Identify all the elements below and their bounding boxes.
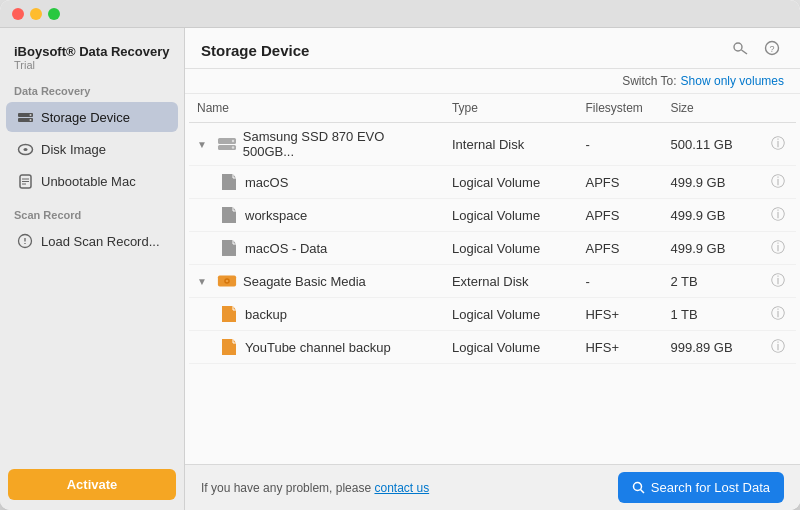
sidebar-item-load-scan-record[interactable]: Load Scan Record... <box>6 226 178 256</box>
table-row: YouTube channel backup Logical Volume HF… <box>189 331 796 364</box>
row-filesystem: HFS+ <box>577 298 662 331</box>
search-icon <box>632 481 645 494</box>
row-size: 999.89 GB <box>662 331 759 364</box>
row-icon <box>219 238 239 258</box>
table-container: Name Type Filesystem Size ▼ Samsung S <box>185 94 800 464</box>
svg-point-3 <box>29 119 31 121</box>
sidebar-item-storage-device-label: Storage Device <box>41 110 130 125</box>
svg-point-20 <box>232 146 234 148</box>
section-scan-record-label: Scan Record <box>0 197 184 225</box>
footer-message: If you have any problem, please contact … <box>201 481 429 495</box>
section-data-recovery-label: Data Recovery <box>0 73 184 101</box>
load-scan-icon <box>16 232 34 250</box>
row-size: 500.11 GB <box>662 123 759 166</box>
svg-point-19 <box>232 140 234 142</box>
row-type: Logical Volume <box>444 331 578 364</box>
row-icon <box>217 271 237 291</box>
row-filesystem: - <box>577 123 662 166</box>
switch-to-bar: Switch To: Show only volumes <box>185 69 800 94</box>
footer-bar: If you have any problem, please contact … <box>185 464 800 510</box>
row-name: macOS <box>245 175 288 190</box>
sidebar-item-storage-device[interactable]: Storage Device <box>6 102 178 132</box>
close-button[interactable] <box>12 8 24 20</box>
col-header-type: Type <box>444 94 578 123</box>
svg-point-13 <box>734 43 742 51</box>
table-row: macOS Logical Volume APFS 499.9 GB ⓘ <box>189 166 796 199</box>
info-button[interactable]: ⓘ <box>771 239 785 257</box>
switch-to-label: Switch To: <box>622 74 676 88</box>
row-name: Seagate Basic Media <box>243 274 366 289</box>
row-name: workspace <box>245 208 307 223</box>
row-icon <box>219 205 239 225</box>
disk-image-icon <box>16 140 34 158</box>
sidebar-item-disk-image-label: Disk Image <box>41 142 106 157</box>
app-window: iBoysoft® Data Recovery Trial Data Recov… <box>0 0 800 510</box>
row-name: Samsung SSD 870 EVO 500GB... <box>243 129 436 159</box>
show-only-volumes-link[interactable]: Show only volumes <box>681 74 784 88</box>
row-size: 1 TB <box>662 298 759 331</box>
svg-line-25 <box>640 490 644 494</box>
row-type: Logical Volume <box>444 199 578 232</box>
app-plan: Trial <box>14 59 170 71</box>
row-size: 499.9 GB <box>662 166 759 199</box>
minimize-button[interactable] <box>30 8 42 20</box>
row-name: macOS - Data <box>245 241 327 256</box>
row-filesystem: APFS <box>577 199 662 232</box>
sidebar-bottom: Activate <box>0 459 184 510</box>
row-filesystem: - <box>577 265 662 298</box>
contact-us-link[interactable]: contact us <box>374 481 429 495</box>
info-button[interactable]: ⓘ <box>771 305 785 323</box>
row-size: 499.9 GB <box>662 199 759 232</box>
title-bar <box>0 0 800 28</box>
row-type: External Disk <box>444 265 578 298</box>
col-header-filesystem: Filesystem <box>577 94 662 123</box>
sidebar-item-unbootable-mac[interactable]: Unbootable Mac <box>6 166 178 196</box>
content-header: Storage Device ? <box>185 28 800 69</box>
app-name: iBoysoft® Data Recovery <box>14 44 170 59</box>
info-button[interactable]: ⓘ <box>771 272 785 290</box>
sidebar-item-unbootable-mac-label: Unbootable Mac <box>41 174 136 189</box>
row-icon <box>219 337 239 357</box>
expand-chevron[interactable]: ▼ <box>197 276 211 287</box>
footer-message-text: If you have any problem, please <box>201 481 371 495</box>
info-button[interactable]: ⓘ <box>771 338 785 356</box>
activate-button[interactable]: Activate <box>8 469 176 500</box>
sidebar-item-load-scan-record-label: Load Scan Record... <box>41 234 160 249</box>
key-icon-button[interactable] <box>728 38 752 62</box>
info-button[interactable]: ⓘ <box>771 206 785 224</box>
sidebar-item-disk-image[interactable]: Disk Image <box>6 134 178 164</box>
info-button[interactable]: ⓘ <box>771 135 785 153</box>
row-type: Logical Volume <box>444 166 578 199</box>
expand-chevron[interactable]: ▼ <box>197 139 211 150</box>
row-type: Logical Volume <box>444 232 578 265</box>
row-filesystem: HFS+ <box>577 331 662 364</box>
svg-text:?: ? <box>769 44 774 54</box>
devices-table: Name Type Filesystem Size ▼ Samsung S <box>189 94 796 364</box>
info-button[interactable]: ⓘ <box>771 173 785 191</box>
unbootable-icon <box>16 172 34 190</box>
fullscreen-button[interactable] <box>48 8 60 20</box>
svg-point-2 <box>29 114 31 116</box>
table-header-row: Name Type Filesystem Size <box>189 94 796 123</box>
row-type: Internal Disk <box>444 123 578 166</box>
app-branding: iBoysoft® Data Recovery Trial <box>0 40 184 73</box>
table-row: workspace Logical Volume APFS 499.9 GB ⓘ <box>189 199 796 232</box>
storage-icon <box>16 108 34 126</box>
sidebar: iBoysoft® Data Recovery Trial Data Recov… <box>0 28 185 510</box>
question-icon-button[interactable]: ? <box>760 38 784 62</box>
row-size: 499.9 GB <box>662 232 759 265</box>
col-header-name: Name <box>189 94 444 123</box>
row-filesystem: APFS <box>577 232 662 265</box>
search-btn-label: Search for Lost Data <box>651 480 770 495</box>
search-lost-data-button[interactable]: Search for Lost Data <box>618 472 784 503</box>
row-icon <box>219 304 239 324</box>
traffic-lights <box>12 8 60 20</box>
svg-point-24 <box>633 483 641 491</box>
col-header-size: Size <box>662 94 759 123</box>
table-row: backup Logical Volume HFS+ 1 TB ⓘ <box>189 298 796 331</box>
content-title: Storage Device <box>201 42 309 59</box>
row-filesystem: APFS <box>577 166 662 199</box>
table-row: ▼ Seagate Basic Media External Disk - 2 … <box>189 265 796 298</box>
content-area: Storage Device ? <box>185 28 800 510</box>
header-icons: ? <box>728 38 784 62</box>
